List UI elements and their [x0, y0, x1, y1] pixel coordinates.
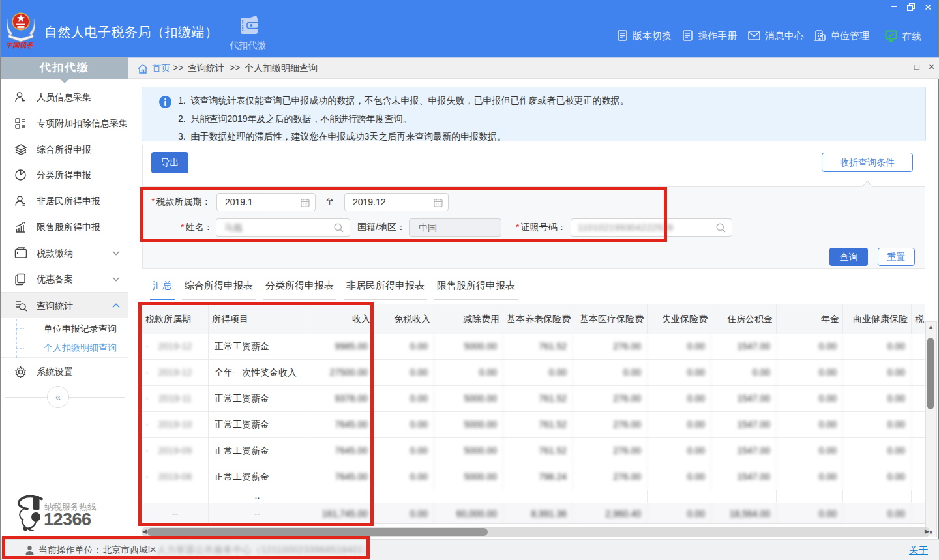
svg-text:中国税务: 中国税务	[6, 41, 35, 49]
